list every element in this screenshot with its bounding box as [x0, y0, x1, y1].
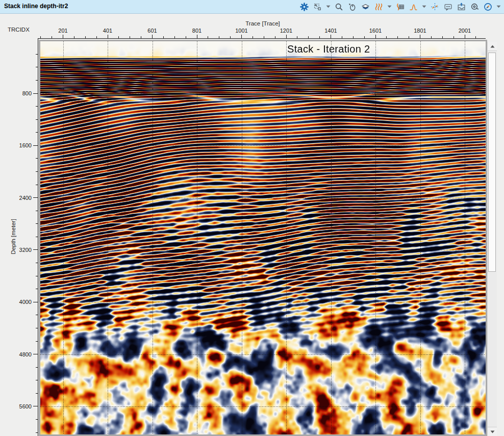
depth-minor-tick: [36, 380, 38, 380]
depth-major-tick: [33, 145, 38, 146]
scrollbar-thumb[interactable]: [488, 53, 496, 272]
depth-minor-tick: [36, 132, 38, 133]
depth-minor-tick: [36, 367, 38, 368]
dropdown-chevron-icon[interactable]: [325, 2, 331, 12]
trace-tick-label: 1801: [405, 28, 436, 34]
layers-icon[interactable]: [360, 2, 370, 12]
trace-table-icon[interactable]: [395, 2, 405, 12]
depth-tick-label: 5600: [3, 403, 32, 410]
trace-major-tick: [420, 35, 420, 38]
depth-tick-label: 800: [3, 90, 32, 97]
trace-major-tick: [241, 35, 242, 38]
trace-tick-label: 801: [182, 28, 212, 34]
depth-minor-tick: [36, 106, 38, 107]
trace-minor-tick: [253, 36, 253, 38]
trace-minor-tick: [141, 36, 141, 38]
trace-minor-tick: [319, 36, 320, 38]
y-axis-line: [38, 38, 38, 436]
trace-tick-label: 1601: [360, 28, 391, 34]
triangle-up-icon: [490, 45, 495, 48]
depth-minor-tick: [36, 67, 38, 67]
trace-minor-tick: [409, 36, 409, 38]
trace-minor-tick: [431, 36, 432, 38]
trace-minor-tick: [364, 36, 365, 38]
depth-minor-tick: [36, 211, 38, 211]
trace-minor-tick: [40, 36, 41, 38]
depth-minor-tick: [36, 315, 38, 315]
depth-tick-label: 4000: [3, 298, 32, 305]
depth-tick-label: 2400: [3, 194, 32, 201]
trace-minor-tick: [118, 36, 119, 38]
trace-minor-tick: [130, 36, 130, 38]
y-axis-title: Depth [meter]: [10, 206, 16, 267]
trace-major-tick: [286, 35, 287, 38]
trace-minor-tick: [264, 36, 264, 38]
trace-tick-label: 201: [48, 28, 79, 34]
seismic-viewer-window: Stack inline depth-itr2 TRCIDX Trace [Tr…: [0, 0, 504, 436]
mouse-tools-icon[interactable]: [347, 2, 357, 12]
depth-minor-tick: [36, 185, 38, 185]
trace-minor-tick: [74, 36, 74, 38]
trace-major-tick: [197, 35, 197, 38]
select-region-icon[interactable]: [312, 2, 322, 12]
trace-major-tick: [331, 35, 331, 38]
trace-tick-label: 1401: [316, 28, 346, 34]
measure-icon[interactable]: [469, 2, 480, 12]
dropdown-chevron-icon[interactable]: [421, 2, 426, 12]
corner-label: TRCIDX: [8, 27, 30, 33]
depth-major-tick: [33, 302, 38, 302]
depth-major-tick: [33, 354, 38, 354]
trace-minor-tick: [475, 36, 476, 38]
trace-minor-tick: [442, 36, 443, 38]
trace-minor-tick: [297, 36, 297, 38]
scroll-down-button[interactable]: [488, 427, 497, 436]
depth-major-tick: [33, 93, 38, 94]
depth-minor-tick: [36, 432, 38, 433]
trace-tick-label: 401: [92, 28, 123, 34]
compass-orientation-icon[interactable]: [483, 2, 493, 12]
settings-gear-icon[interactable]: [299, 2, 309, 12]
histogram-icon[interactable]: [408, 2, 418, 12]
trace-minor-tick: [342, 36, 342, 38]
trace-tick-label: 1001: [226, 28, 257, 34]
annotation-tooltip-icon[interactable]: [443, 2, 453, 12]
wiggle-display-icon[interactable]: [373, 2, 384, 12]
x-axis-line: [38, 38, 486, 39]
depth-major-tick: [33, 406, 38, 406]
x-axis-title: Trace [Trace]: [232, 20, 293, 27]
trace-minor-tick: [85, 36, 86, 38]
trace-major-tick: [108, 35, 108, 38]
trace-minor-tick: [397, 36, 398, 38]
depth-minor-tick: [36, 328, 38, 328]
depth-minor-tick: [36, 341, 38, 342]
seismic-image[interactable]: [40, 41, 486, 434]
trace-minor-tick: [219, 36, 219, 38]
trace-tick-label: 1201: [271, 28, 301, 34]
export-image-icon[interactable]: [456, 2, 466, 12]
depth-minor-tick: [36, 158, 38, 159]
trace-minor-tick: [275, 36, 275, 38]
trace-major-tick: [375, 35, 376, 38]
depth-minor-tick: [36, 54, 38, 55]
dropdown-chevron-icon[interactable]: [387, 2, 392, 12]
trace-minor-tick: [353, 36, 354, 38]
trace-minor-tick: [230, 36, 231, 38]
crosshair-tracking-icon[interactable]: [430, 2, 440, 12]
depth-minor-tick: [36, 263, 38, 263]
dropdown-chevron-icon[interactable]: [496, 2, 501, 12]
scroll-up-button[interactable]: [488, 42, 497, 51]
trace-minor-tick: [163, 36, 164, 38]
vertical-scrollbar[interactable]: [487, 42, 497, 436]
toolbar: [299, 0, 501, 13]
plot-annotation: Stack - Iteration 2: [287, 43, 370, 55]
zoom-icon[interactable]: [334, 2, 344, 12]
depth-minor-tick: [36, 237, 38, 237]
depth-tick-label: 4800: [3, 351, 32, 358]
seismic-viewport: Stack - Iteration 2: [39, 40, 487, 436]
trace-tick-label: 601: [137, 28, 168, 34]
depth-major-tick: [33, 197, 38, 198]
depth-major-tick: [33, 249, 38, 250]
trace-minor-tick: [386, 36, 387, 38]
title-bar: Stack inline depth-itr2: [0, 0, 504, 14]
depth-tick-label: 1600: [3, 142, 32, 149]
